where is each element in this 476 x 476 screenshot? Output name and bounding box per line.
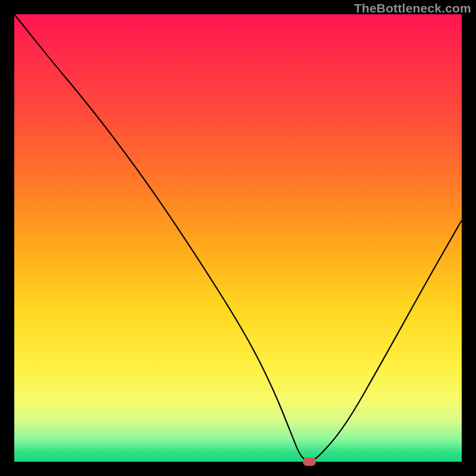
chart-frame: TheBottleneck.com	[0, 0, 476, 476]
plot-area	[14, 14, 462, 462]
optimal-point-marker	[303, 458, 316, 466]
watermark-text: TheBottleneck.com	[354, 1, 471, 15]
bottleneck-curve	[14, 14, 462, 462]
